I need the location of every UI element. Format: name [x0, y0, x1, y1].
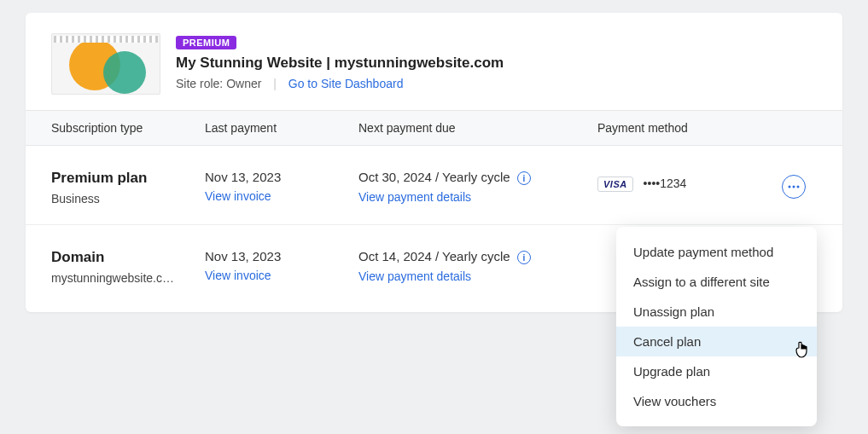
site-header: PREMIUM My Stunning Website | mystunning…	[26, 33, 842, 110]
premium-badge: PREMIUM	[176, 36, 236, 49]
col-header-next: Next payment due	[358, 121, 597, 135]
subscription-subtitle: Business	[51, 192, 205, 205]
next-payment-text: Oct 14, 2024 / Yearly cycle i	[358, 249, 597, 264]
dashboard-link[interactable]: Go to Site Dashboard	[288, 77, 404, 90]
info-icon[interactable]: i	[517, 251, 531, 264]
menu-item-cancel-plan[interactable]: Cancel plan	[616, 327, 817, 356]
last-payment-date: Nov 13, 2023	[205, 249, 358, 263]
actions-menu: Update payment method Assign to a differ…	[616, 227, 817, 426]
subscription-title: Premium plan	[51, 170, 205, 187]
ellipsis-icon	[788, 185, 800, 188]
card-last4: ••••1234	[644, 176, 687, 190]
subscription-title: Domain	[51, 249, 205, 266]
site-title: My Stunning Website | mystunningwebsite.…	[176, 55, 504, 72]
next-payment-text: Oct 30, 2024 / Yearly cycle i	[358, 170, 597, 185]
table-header: Subscription type Last payment Next paym…	[26, 110, 842, 146]
site-thumbnail[interactable]	[51, 33, 160, 95]
menu-item-upgrade[interactable]: Upgrade plan	[616, 356, 817, 386]
view-payment-details-link[interactable]: View payment details	[358, 190, 597, 204]
table-row: Premium plan Business Nov 13, 2023 View …	[26, 146, 842, 225]
menu-item-unassign[interactable]: Unassign plan	[616, 297, 817, 327]
last-payment-date: Nov 13, 2023	[205, 170, 358, 184]
site-name: My Stunning Website	[176, 55, 323, 71]
menu-item-update-payment[interactable]: Update payment method	[616, 237, 817, 267]
site-role: Site role: Owner	[176, 77, 261, 90]
more-actions-button[interactable]	[782, 175, 806, 199]
subscription-subtitle: mystunningwebsite.c…	[51, 271, 205, 285]
menu-item-vouchers[interactable]: View vouchers	[616, 386, 817, 416]
site-role-line: Site role: Owner | Go to Site Dashboard	[176, 77, 504, 90]
info-icon[interactable]: i	[517, 171, 531, 185]
view-invoice-link[interactable]: View invoice	[205, 189, 358, 203]
col-header-last: Last payment	[205, 121, 358, 135]
col-header-method: Payment method	[597, 121, 768, 135]
card-brand-badge: VISA	[597, 176, 633, 192]
svg-point-0	[789, 186, 791, 188]
view-payment-details-link[interactable]: View payment details	[358, 269, 597, 283]
svg-point-2	[797, 186, 800, 188]
site-domain: mystunningwebsite.com	[335, 55, 504, 71]
menu-item-assign-site[interactable]: Assign to a different site	[616, 267, 817, 297]
svg-point-1	[793, 186, 795, 188]
view-invoice-link[interactable]: View invoice	[205, 269, 358, 282]
col-header-type: Subscription type	[26, 121, 205, 135]
site-meta: PREMIUM My Stunning Website | mystunning…	[176, 33, 504, 95]
